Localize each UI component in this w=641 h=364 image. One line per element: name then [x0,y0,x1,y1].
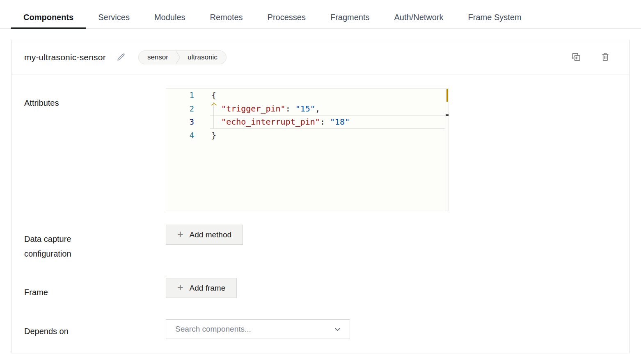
code-token: } [211,130,216,140]
card-actions [571,52,610,64]
depends-on-label: Depends on [24,319,166,339]
overview-warning-marker [446,89,448,102]
overview-cursor-marker [446,114,449,116]
code-line-1: 1 { [166,89,449,102]
pencil-icon [117,52,126,63]
tab-components[interactable]: Components [11,13,86,28]
add-frame-button-label: Add frame [190,284,226,293]
tab-fragments[interactable]: Fragments [318,13,382,28]
chevron-down-icon [334,325,341,333]
editor-warning-squiggle-icon [211,100,217,107]
add-method-button-label: Add method [190,230,231,239]
tab-auth-network[interactable]: Auth/Network [382,13,456,28]
code-token: : [320,117,330,127]
tab-processes[interactable]: Processes [255,13,318,28]
depends-on-select[interactable]: Search components... [166,319,350,339]
data-capture-label: Data capture configuration [24,225,166,261]
trash-icon [600,52,610,64]
code-token-key: "echo_interrupt_pin" [221,117,320,127]
config-tabbar: Components Services Modules Remotes Proc… [0,0,641,29]
data-capture-row: Data capture configuration + Add method [12,225,629,261]
component-type: sensor [139,51,176,64]
tab-frame-system[interactable]: Frame System [456,13,534,28]
component-card-header: my-ultrasonic-sensor sensor ultrasonic [12,40,629,75]
component-model: ultrasonic [181,51,226,64]
plus-icon: + [177,282,183,293]
code-line-3: 3 "echo_interrupt_pin": "18" [166,115,449,129]
tab-services[interactable]: Services [86,13,142,28]
card-bottom-spacer [12,339,629,353]
component-name: my-ultrasonic-sensor [24,52,106,62]
attributes-code-editor[interactable]: 1 { 2 "trigger_pin": "15", 3 "echo_inter… [166,88,449,211]
line-number-4: 4 [166,129,211,142]
add-method-button[interactable]: + Add method [166,225,243,245]
add-frame-button[interactable]: + Add frame [166,278,237,298]
line-number-1: 1 [166,89,211,102]
frame-label: Frame [24,278,166,300]
component-type-badge: sensor ultrasonic [138,50,227,64]
code-token: { [211,90,216,100]
delete-button[interactable] [600,52,610,64]
editor-overview-ruler[interactable] [446,89,449,211]
code-line-4: 4 } [166,129,449,142]
code-token: : [286,104,295,114]
attributes-row: Attributes 1 { 2 "trigger_pin": "15", 3 … [12,88,629,211]
code-line-2: 2 "trigger_pin": "15", [166,102,449,116]
tab-remotes[interactable]: Remotes [198,13,255,28]
code-indent [211,117,221,127]
duplicate-icon [571,52,581,64]
edit-name-button[interactable] [117,52,126,63]
breadcrumb-chevron-icon [176,51,181,64]
plus-icon: + [177,229,183,239]
line-number-2: 2 [166,102,211,116]
attributes-label: Attributes [24,88,166,211]
depends-on-placeholder: Search components... [175,325,251,334]
code-token-value: "18" [330,117,350,127]
depends-on-row: Depends on Search components... [12,319,629,339]
code-token-value: "15" [295,104,315,114]
code-token-key: "trigger_pin" [221,104,286,114]
duplicate-button[interactable] [571,52,581,64]
code-token: , [315,104,320,114]
tab-modules[interactable]: Modules [142,13,198,28]
component-card: my-ultrasonic-sensor sensor ultrasonic [11,40,630,353]
frame-row: Frame + Add frame [12,278,629,300]
line-number-3: 3 [166,115,211,129]
